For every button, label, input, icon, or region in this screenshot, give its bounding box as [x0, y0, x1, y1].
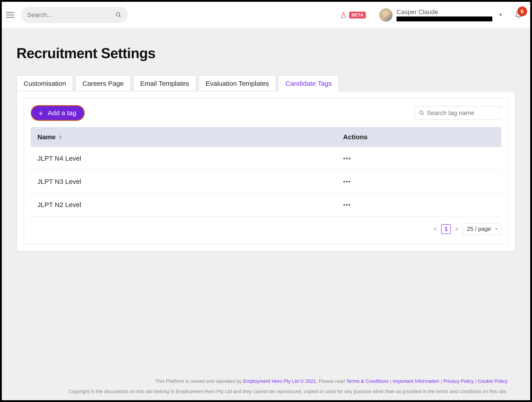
tag-filter-input[interactable]: [427, 109, 507, 116]
footer-owner-link[interactable]: Employment Hero Pty Ltd © 2021: [243, 378, 316, 384]
user-name: Casper Claude: [397, 8, 492, 16]
footer-copyright: Copyright in the documents on this site …: [25, 389, 507, 395]
tag-name-cell: JLPT N4 Level: [38, 155, 343, 162]
tag-name-cell: JLPT N2 Level: [38, 201, 343, 209]
page-number-current[interactable]: 1: [441, 224, 451, 234]
footer-important-link[interactable]: Important Information: [393, 378, 439, 384]
tag-name-cell: JLPT N3 Level: [38, 178, 343, 185]
panel: ＋ Add a tag Name: [17, 91, 515, 252]
search-input[interactable]: [27, 11, 115, 19]
footer-cookie-link[interactable]: Cookie Policy: [478, 378, 507, 384]
footer: This Platform is owned and operated by E…: [17, 370, 515, 400]
tab-customisation[interactable]: Customisation: [17, 75, 73, 91]
beta-badge: BETA: [349, 12, 366, 19]
flask-icon: [340, 12, 347, 18]
page-title: Recruitment Settings: [17, 45, 515, 62]
redacted-email: [397, 17, 492, 21]
add-tag-label: Add a tag: [48, 109, 76, 117]
pagination: < 1 > 25 / page: [31, 223, 501, 235]
svg-line-3: [422, 114, 424, 115]
table-row: JLPT N4 Level •••: [31, 147, 501, 170]
search-icon[interactable]: [115, 12, 122, 18]
svg-point-2: [419, 111, 423, 114]
tab-candidate-tags[interactable]: Candidate Tags: [278, 75, 339, 91]
user-menu[interactable]: Casper Claude ▼: [379, 8, 503, 22]
tags-table: Name ▲▼ Actions JLPT N4 Level •••: [31, 127, 501, 217]
column-header-name[interactable]: Name ▲▼: [38, 133, 343, 141]
sort-icon[interactable]: ▲▼: [58, 135, 62, 139]
svg-line-1: [119, 16, 121, 17]
table-row: JLPT N3 Level •••: [31, 170, 501, 193]
row-actions-button[interactable]: •••: [343, 201, 419, 208]
chevron-down-icon[interactable]: ▼: [498, 12, 503, 18]
avatar: [379, 8, 393, 22]
svg-point-0: [116, 13, 120, 16]
footer-text: . Please read: [316, 378, 346, 384]
column-name-label: Name: [38, 133, 56, 141]
footer-text: This Platform is owned and operated by: [155, 378, 243, 384]
footer-terms-link[interactable]: Terms & Conditions: [346, 378, 389, 384]
column-header-actions: Actions: [343, 133, 419, 141]
tab-email-templates[interactable]: Email Templates: [133, 75, 196, 91]
global-search[interactable]: [21, 7, 128, 23]
footer-sep: |: [439, 378, 443, 384]
tag-filter[interactable]: [414, 106, 501, 120]
notification-count-badge: 6: [517, 6, 527, 16]
footer-sep: |: [474, 378, 478, 384]
next-page-button[interactable]: >: [455, 225, 458, 232]
topbar: BETA Casper Claude ▼ 6: [2, 2, 530, 29]
tab-careers-page[interactable]: Careers Page: [75, 75, 131, 91]
table-header: Name ▲▼ Actions: [31, 127, 501, 147]
row-actions-button[interactable]: •••: [343, 178, 419, 185]
search-icon: [419, 110, 425, 116]
beta-indicator[interactable]: BETA: [340, 12, 366, 19]
menu-icon[interactable]: [6, 10, 15, 20]
table-row: JLPT N2 Level •••: [31, 193, 501, 217]
page-size-select[interactable]: 25 / page: [462, 223, 501, 235]
footer-sep: |: [389, 378, 393, 384]
footer-privacy-link[interactable]: Privacy Policy: [443, 378, 474, 384]
row-actions-button[interactable]: •••: [343, 155, 419, 162]
notifications-button[interactable]: 6: [514, 11, 523, 19]
tab-evaluation-templates[interactable]: Evaluation Templates: [198, 75, 276, 91]
plus-icon: ＋: [37, 109, 44, 117]
tabs: Customisation Careers Page Email Templat…: [17, 75, 515, 91]
prev-page-button[interactable]: <: [434, 225, 437, 232]
add-tag-button[interactable]: ＋ Add a tag: [31, 105, 85, 121]
